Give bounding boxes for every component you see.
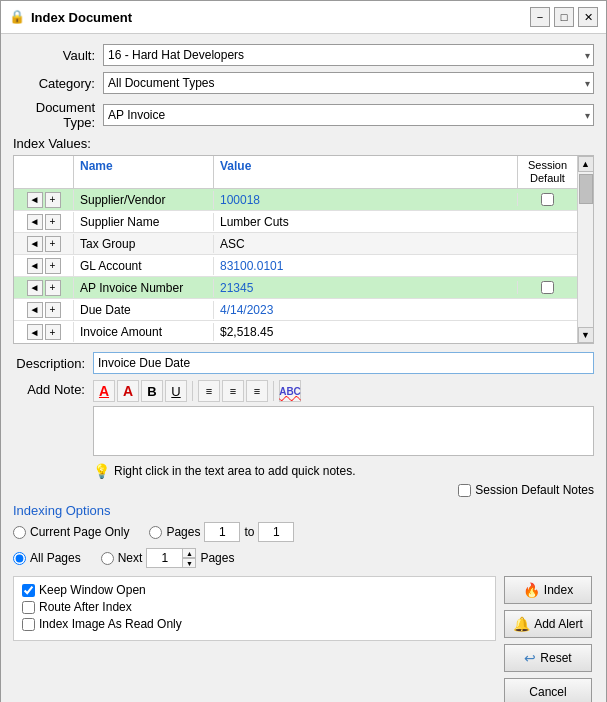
pages-to-label: to xyxy=(244,525,254,539)
session-checkbox-5[interactable] xyxy=(541,281,554,294)
minimize-button[interactable]: − xyxy=(530,7,550,27)
window-icon: 🔒 xyxy=(9,9,25,25)
row-btn-2a[interactable]: ◄ xyxy=(27,214,43,230)
note-textarea[interactable] xyxy=(93,406,594,456)
row-btn-2b[interactable]: + xyxy=(45,214,61,230)
row-btn-1a[interactable]: ◄ xyxy=(27,192,43,208)
doctype-row: Document Type: AP Invoice ▾ xyxy=(13,100,594,130)
index-button[interactable]: 🔥 Index xyxy=(504,576,592,604)
scroll-up-btn[interactable]: ▲ xyxy=(578,156,594,172)
row-btn-3b[interactable]: + xyxy=(45,236,61,252)
table-row: ◄ + Invoice Amount $2,518.45 xyxy=(14,321,577,343)
table-row: ◄ + Supplier/Vendor 100018 xyxy=(14,189,577,211)
current-page-option[interactable]: Current Page Only xyxy=(13,525,129,539)
current-page-radio[interactable] xyxy=(13,526,26,539)
align-right-button[interactable]: ≡ xyxy=(246,380,268,402)
description-input[interactable] xyxy=(93,352,594,374)
spin-up-button[interactable]: ▲ xyxy=(182,548,196,558)
all-pages-option[interactable]: All Pages xyxy=(13,551,81,565)
vault-label: Vault: xyxy=(13,48,103,63)
route-after-checkbox[interactable] xyxy=(22,601,35,614)
iv-cell-name: Supplier Name xyxy=(74,213,214,231)
iv-cell-value: 4/14/2023 xyxy=(214,301,517,319)
description-label: Description: xyxy=(13,356,93,371)
reset-button[interactable]: ↩ Reset xyxy=(504,644,592,672)
row-btn-7a[interactable]: ◄ xyxy=(27,324,43,340)
bottom-area: Keep Window Open Route After Index Index… xyxy=(13,576,594,702)
iv-cell-session xyxy=(517,193,577,206)
keep-window-row: Keep Window Open xyxy=(22,583,487,597)
spell-check-button[interactable]: ABC xyxy=(279,380,301,402)
category-select-wrapper: All Document Types ▾ xyxy=(103,72,594,94)
description-row: Description: xyxy=(13,352,594,374)
pages-from-input[interactable] xyxy=(204,522,240,542)
pages-range: Pages to xyxy=(149,522,294,542)
add-alert-button[interactable]: 🔔 Add Alert xyxy=(504,610,592,638)
spin-down-button[interactable]: ▼ xyxy=(182,558,196,568)
session-default-row: Session Default Notes xyxy=(13,483,594,497)
category-select[interactable]: All Document Types xyxy=(103,72,594,94)
add-note-row: Add Note: A A B U ≡ ≡ ≡ ABC xyxy=(13,380,594,479)
main-window: 🔒 Index Document − □ ✕ Vault: 16 - Hard … xyxy=(0,0,607,702)
pages-option[interactable]: Pages xyxy=(149,525,200,539)
row-btn-5b[interactable]: + xyxy=(45,280,61,296)
doctype-select[interactable]: AP Invoice xyxy=(103,104,594,126)
next-option[interactable]: Next xyxy=(101,551,143,565)
keep-window-checkbox[interactable] xyxy=(22,584,35,597)
iv-cell-value: 83100.0101 xyxy=(214,257,517,275)
maximize-button[interactable]: □ xyxy=(554,7,574,27)
reset-icon: ↩ xyxy=(524,650,536,666)
iv-cell-controls: ◄ + xyxy=(14,256,74,276)
category-row: Category: All Document Types ▾ xyxy=(13,72,594,94)
align-center-button[interactable]: ≡ xyxy=(222,380,244,402)
bold-button[interactable]: B xyxy=(141,380,163,402)
index-image-checkbox[interactable] xyxy=(22,618,35,631)
next-value-input[interactable] xyxy=(146,548,182,568)
current-page-label: Current Page Only xyxy=(30,525,129,539)
all-pages-radio[interactable] xyxy=(13,552,26,565)
pages-suffix-label: Pages xyxy=(200,551,234,565)
indexing-options: Indexing Options Current Page Only Pages xyxy=(13,503,594,568)
route-after-label: Route After Index xyxy=(39,600,132,614)
title-bar: 🔒 Index Document − □ ✕ xyxy=(1,1,606,34)
scroll-thumb[interactable] xyxy=(579,174,593,204)
scroll-down-btn[interactable]: ▼ xyxy=(578,327,594,343)
pages-radio[interactable] xyxy=(149,526,162,539)
scrollbar: ▲ ▼ xyxy=(577,156,593,343)
index-image-label: Index Image As Read Only xyxy=(39,617,182,631)
row-btn-3a[interactable]: ◄ xyxy=(27,236,43,252)
font-color-blue-button[interactable]: A xyxy=(117,380,139,402)
iv-cell-name: Invoice Amount xyxy=(74,323,214,341)
action-buttons: 🔥 Index 🔔 Add Alert ↩ Reset Cancel xyxy=(504,576,594,702)
toolbar-separator-2 xyxy=(273,381,274,401)
reset-label: Reset xyxy=(540,651,571,665)
session-default-notes-checkbox[interactable] xyxy=(458,484,471,497)
row-btn-4b[interactable]: + xyxy=(45,258,61,274)
underline-button[interactable]: U xyxy=(165,380,187,402)
row-btn-7b[interactable]: + xyxy=(45,324,61,340)
iv-cell-value: Lumber Cuts xyxy=(214,213,517,231)
row-btn-1b[interactable]: + xyxy=(45,192,61,208)
table-row: ◄ + AP Invoice Number 21345 xyxy=(14,277,577,299)
row-btn-5a[interactable]: ◄ xyxy=(27,280,43,296)
align-left-button[interactable]: ≡ xyxy=(198,380,220,402)
pages-to-input[interactable] xyxy=(258,522,294,542)
iv-cell-value: ASC xyxy=(214,235,517,253)
vault-select[interactable]: 16 - Hard Hat Developers xyxy=(103,44,594,66)
index-icon: 🔥 xyxy=(523,582,540,598)
session-default-notes-label: Session Default Notes xyxy=(475,483,594,497)
session-checkbox-1[interactable] xyxy=(541,193,554,206)
font-color-red-button[interactable]: A xyxy=(93,380,115,402)
title-bar-left: 🔒 Index Document xyxy=(9,9,132,25)
close-button[interactable]: ✕ xyxy=(578,7,598,27)
alert-icon: 🔔 xyxy=(513,616,530,632)
next-radio[interactable] xyxy=(101,552,114,565)
index-values-container: Name Value SessionDefault ◄ + Supplier/V xyxy=(13,155,594,344)
row-btn-6a[interactable]: ◄ xyxy=(27,302,43,318)
title-buttons: − □ ✕ xyxy=(530,7,598,27)
radio-rows: Current Page Only Pages to xyxy=(13,522,594,568)
row-btn-4a[interactable]: ◄ xyxy=(27,258,43,274)
row-btn-6b[interactable]: + xyxy=(45,302,61,318)
cancel-button[interactable]: Cancel xyxy=(504,678,592,702)
bottom-checkboxes: Keep Window Open Route After Index Index… xyxy=(13,576,496,641)
